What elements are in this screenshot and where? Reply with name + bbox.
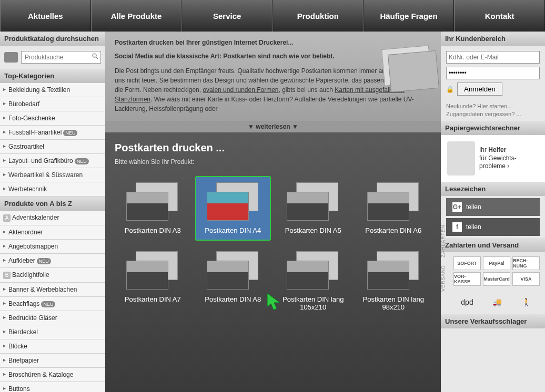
helper-image <box>447 141 475 176</box>
az-item[interactable]: Blöcke <box>0 339 105 354</box>
product-label: Postkarten DIN A5 <box>278 226 348 234</box>
pay-method: VISA <box>512 272 540 286</box>
product-image <box>287 182 339 219</box>
nav-aktuelles[interactable]: Aktuelles <box>0 0 91 32</box>
pay-method: MasterCard <box>483 272 510 286</box>
readmore-button[interactable]: ▼ weiterlesen ▼ <box>105 121 441 132</box>
search-input[interactable] <box>21 51 101 64</box>
topcat-item[interactable]: Bekleidung & Textilien <box>0 83 105 97</box>
neu-badge: NEU <box>41 301 55 307</box>
nav-alle-produkte[interactable]: Alle Produkte <box>91 0 182 32</box>
topcat-item[interactable]: Layout- und GrafikbüroNEU <box>0 154 105 168</box>
left-sidebar: Produktkatalog durchsuchen Top-Kategorie… <box>0 32 105 392</box>
topcat-item[interactable]: Foto-Geschenke <box>0 111 105 126</box>
ship-method: 🚶 <box>512 294 540 310</box>
products-panel: Postkarten drucken ... Bitte wählen Sie … <box>105 132 441 392</box>
helper-box[interactable]: Ihr Helfer für Gewichts-probleme › <box>441 135 545 182</box>
intro-panel: Postkarten drucken bei Ihrer günstigen I… <box>105 32 441 121</box>
forgot-link[interactable]: Zugangsdaten vergessen? ... <box>446 111 540 117</box>
product-image <box>367 251 420 288</box>
product-image <box>126 182 179 219</box>
username-input[interactable] <box>446 51 540 64</box>
helper-text: Ihr Helfer für Gewichts-probleme › <box>479 146 539 171</box>
pay-title: Zahlarten und Versand <box>441 238 545 252</box>
topcat-item[interactable]: Werbetechnik <box>0 182 105 197</box>
pay-method: VOR-KASSE <box>453 272 481 286</box>
password-input[interactable] <box>446 67 540 79</box>
nav-service[interactable]: Service <box>181 0 272 32</box>
az-item[interactable]: Bierdeckel <box>0 325 105 339</box>
product-image <box>287 251 339 288</box>
product-card[interactable]: Postkarten DIN A4 <box>195 176 271 241</box>
login-button[interactable]: Anmelden <box>457 82 502 96</box>
share-google-button[interactable]: G+ teilen <box>446 198 540 216</box>
pay-label: ZAHLARTEN <box>440 224 446 257</box>
new-customer-link[interactable]: Neukunde? Hier starten... <box>446 103 540 109</box>
az-item[interactable]: BBacklightfolie <box>0 268 105 283</box>
topcat-item[interactable]: Fussball-FanartikelNEU <box>0 126 105 140</box>
product-card[interactable]: Postkarten DIN lang 105x210 <box>275 245 351 317</box>
product-label: Postkarten DIN A3 <box>118 226 188 234</box>
svg-point-0 <box>93 54 96 57</box>
az-item[interactable]: Bedruckte Gläser <box>0 311 105 325</box>
pay-method: RECH-NUNG <box>512 256 540 270</box>
az-item[interactable]: Broschüren & Kataloge <box>0 368 105 382</box>
ship-method: 🚚 <box>483 294 510 310</box>
products-title: Postkarten drucken ... <box>115 142 431 154</box>
ship-label: VERSAND <box>440 265 446 292</box>
product-card[interactable]: Postkarten DIN A3 <box>115 176 191 241</box>
facebook-icon: f <box>452 222 462 232</box>
login-title: Ihr Kundenbereich <box>441 32 545 46</box>
share-facebook-button[interactable]: f teilen <box>446 218 540 236</box>
nav-produktion[interactable]: Produktion <box>272 0 364 32</box>
products-subtitle: Bitte wählen Sie Ihr Produkt: <box>115 158 431 166</box>
neu-badge: NEU <box>63 130 77 136</box>
product-card[interactable]: Postkarten DIN A7 <box>115 245 191 317</box>
right-sidebar: Ihr Kundenbereich 🔒 Anmelden Neukunde? H… <box>441 32 545 392</box>
product-card[interactable]: Postkarten DIN lang 98x210 <box>356 245 432 317</box>
product-image <box>207 182 259 219</box>
product-image <box>207 251 259 288</box>
topcat-item[interactable]: Werbeartikel & Süsswaren <box>0 168 105 182</box>
az-item[interactable]: Angebotsmappen <box>0 240 105 254</box>
intro-title: Postkarten drucken bei Ihrer günstigen I… <box>115 39 431 46</box>
pay-method: PayPal <box>483 256 510 270</box>
product-label: Postkarten DIN A7 <box>118 295 188 303</box>
product-card[interactable]: Postkarten DIN A8 <box>195 245 271 317</box>
search-title: Produktkatalog durchsuchen <box>0 32 105 46</box>
bestseller-title: Unsere Verkaufsschlager <box>441 314 545 328</box>
az-item[interactable]: AufkleberNEU <box>0 254 105 268</box>
calc-title: Papiergewichtsrechner <box>441 121 545 135</box>
intro-image <box>381 45 432 86</box>
nav-kontakt[interactable]: Kontakt <box>454 0 545 32</box>
topcat-item[interactable]: Gastroartikel <box>0 140 105 154</box>
product-label: Postkarten DIN A4 <box>198 226 268 234</box>
cursor-icon <box>266 292 282 312</box>
product-card[interactable]: Postkarten DIN A5 <box>275 176 351 241</box>
product-label: Postkarten DIN A8 <box>198 295 268 303</box>
top-cat-title: Top-Kategorien <box>0 69 105 83</box>
az-title: Produkte von A bis Z <box>0 197 105 211</box>
link-ovale-formen[interactable]: ovalen und runden Formen <box>203 86 278 94</box>
product-image <box>126 251 179 288</box>
pay-method: SOFORT <box>453 256 481 270</box>
az-item[interactable]: BeachflagsNEU <box>0 297 105 311</box>
az-item[interactable]: Buttons <box>0 382 105 392</box>
neu-badge: NEU <box>75 158 89 164</box>
product-label: Postkarten DIN A6 <box>359 226 429 234</box>
az-item[interactable]: AAdventskalender <box>0 211 105 225</box>
lock-icon: 🔒 <box>446 86 454 93</box>
top-nav: Aktuelles Alle Produkte Service Produkti… <box>0 0 545 32</box>
alpha-badge: B <box>3 272 11 279</box>
alpha-badge: A <box>3 214 11 222</box>
az-item[interactable]: Banner & Werbeblachen <box>0 283 105 297</box>
topcat-item[interactable]: Bürobedarf <box>0 97 105 111</box>
product-card[interactable]: Postkarten DIN A6 <box>356 176 432 241</box>
product-label: Postkarten DIN lang 105x210 <box>278 295 348 311</box>
az-item[interactable]: Briefpapier <box>0 354 105 368</box>
nav-haeufige-fragen[interactable]: Häufige Fragen <box>364 0 455 32</box>
az-item[interactable]: Aktenordner <box>0 225 105 240</box>
cart-icon <box>4 52 18 63</box>
search-icon[interactable] <box>92 53 99 60</box>
google-plus-icon: G+ <box>452 202 462 212</box>
